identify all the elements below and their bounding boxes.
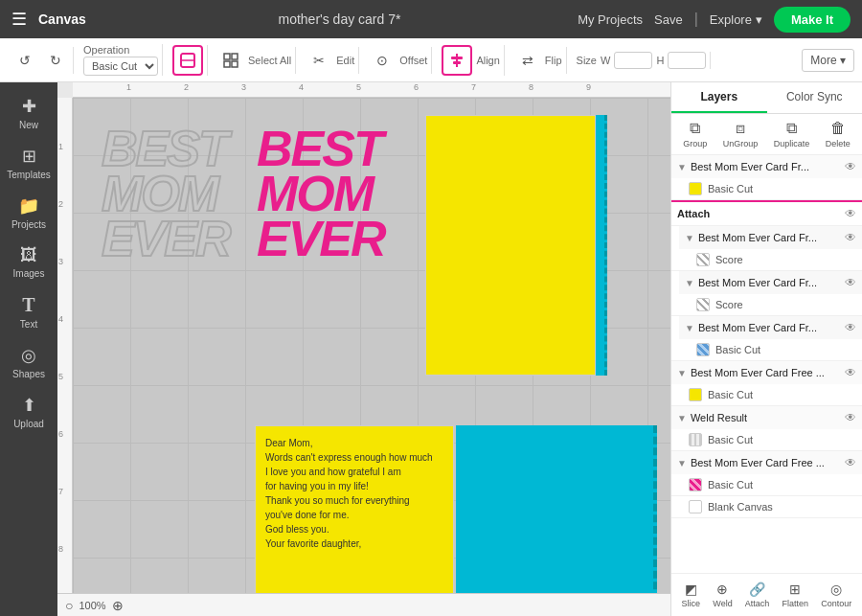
layer-header-6[interactable]: ▼ Weld Result 👁 xyxy=(671,406,862,429)
left-sidebar: ✚ New ⊞ Templates 📁 Projects 🖼 Images T … xyxy=(0,82,57,616)
yellow-text-card[interactable]: Dear Mom, Words can't express enough how… xyxy=(255,425,454,593)
layer-group-2: ▼ Best Mom Ever Card Fr... 👁 Score xyxy=(671,226,862,271)
main-content: ✚ New ⊞ Templates 📁 Projects 🖼 Images T … xyxy=(0,82,862,616)
best-mom-outline-text[interactable]: BESTMOMEVER xyxy=(102,126,250,261)
eye-icon-6[interactable]: 👁 xyxy=(845,411,856,424)
card-line3: I love you and how grateful I am xyxy=(265,465,443,479)
sidebar-item-projects[interactable]: 📁 Projects xyxy=(5,190,53,236)
select-all-button[interactable] xyxy=(217,47,244,74)
my-projects-link[interactable]: My Projects xyxy=(578,12,643,27)
sidebar-item-text[interactable]: T Text xyxy=(5,288,53,335)
sidebar-item-shapes[interactable]: ◎ Shapes xyxy=(5,339,53,385)
attach-button[interactable]: 🔗 Attach xyxy=(745,582,770,608)
offset-button[interactable]: ⊙ xyxy=(369,47,396,74)
eye-icon-5[interactable]: 👁 xyxy=(845,366,856,379)
layer-header-1[interactable]: ▼ Best Mom Ever Card Fr... 👁 xyxy=(671,155,862,178)
contour-button[interactable]: ◎ Contour xyxy=(821,582,851,608)
layer-sub-2: Score xyxy=(679,249,862,270)
tab-layers[interactable]: Layers xyxy=(671,82,767,113)
sidebar-label-shapes: Shapes xyxy=(12,369,45,379)
save-button[interactable]: Save xyxy=(654,12,683,27)
redo-button[interactable]: ↻ xyxy=(42,47,69,74)
layer-sub-label-6: Basic Cut xyxy=(708,434,753,445)
edit-button[interactable]: ✂ xyxy=(306,47,332,74)
sidebar-label-upload: Upload xyxy=(13,419,44,429)
layer-header-3[interactable]: ▼ Best Mom Ever Card Fr... 👁 xyxy=(679,271,862,294)
upload-icon: ⬆ xyxy=(22,395,36,416)
slice-button[interactable]: ◩ Slice xyxy=(682,582,701,608)
separator: | xyxy=(694,11,698,28)
attach-label: Attach xyxy=(745,599,770,608)
ungroup-button[interactable]: ⧈ UnGroup xyxy=(723,120,759,148)
delete-label: Delete xyxy=(826,139,851,148)
cyan-big-rect[interactable] xyxy=(456,425,657,593)
explore-button[interactable]: Explore ▾ xyxy=(710,12,762,27)
attach-eye[interactable]: 👁 xyxy=(845,207,856,220)
eye-icon-1[interactable]: 👁 xyxy=(845,160,856,173)
layer-group-6: ▼ Weld Result 👁 Basic Cut xyxy=(671,406,862,451)
edit-group: ✂ Edit xyxy=(302,47,359,74)
svg-rect-2 xyxy=(224,54,230,59)
layer-group-3: ▼ Best Mom Ever Card Fr... 👁 Score xyxy=(671,271,862,316)
sidebar-item-images[interactable]: 🖼 Images xyxy=(5,240,53,285)
group-button[interactable]: ⧉ Group xyxy=(683,120,707,148)
layer-swatch-3 xyxy=(696,298,710,311)
zoom-out-button[interactable]: ○ xyxy=(65,598,73,613)
sidebar-item-upload[interactable]: ⬆ Upload xyxy=(5,389,53,435)
shapes-icon: ◎ xyxy=(21,345,36,366)
layer-header-4[interactable]: ▼ Best Mom Ever Card Fr... 👁 xyxy=(679,316,862,339)
offset-group: ⊙ Offset xyxy=(365,47,432,74)
layer-swatch-5 xyxy=(689,388,702,401)
flatten-button[interactable]: ⊞ Flatten xyxy=(783,582,809,608)
layer-header-7[interactable]: ▼ Best Mom Ever Card Free ... 👁 xyxy=(671,451,862,474)
undo-button[interactable]: ↺ xyxy=(11,47,38,74)
canvas-content[interactable]: BESTMOMEVER BESTMOMEVER Dear Mom, Words … xyxy=(73,98,670,593)
layer-sub-label-1: Basic Cut xyxy=(708,183,753,194)
weld-button[interactable]: ⊕ Weld xyxy=(713,582,732,608)
cyan-side-tab[interactable] xyxy=(596,115,607,376)
sidebar-item-new[interactable]: ✚ New xyxy=(5,90,53,136)
best-mom-pink-text[interactable]: BESTMOMEVER xyxy=(257,126,405,261)
eye-icon-7[interactable]: 👁 xyxy=(845,456,856,469)
menu-icon[interactable]: ☰ xyxy=(11,9,27,30)
topbar: ☰ Canvas mother's day card 7* My Project… xyxy=(0,0,862,38)
sidebar-item-templates[interactable]: ⊞ Templates xyxy=(5,140,53,186)
new-icon: ✚ xyxy=(22,96,36,117)
operation-group: Operation Basic Cut xyxy=(79,44,163,76)
flip-button[interactable]: ⇄ xyxy=(514,47,541,74)
layer-header-5[interactable]: ▼ Best Mom Ever Card Free ... 👁 xyxy=(671,361,862,384)
size-w-label: W xyxy=(601,55,610,66)
layer-title-6: Weld Result xyxy=(691,412,841,423)
make-it-button[interactable]: Make It xyxy=(774,7,851,33)
slice-label: Slice xyxy=(682,599,701,608)
card-line8: Your favorite daughter, xyxy=(265,536,443,551)
layer-group-7: ▼ Best Mom Ever Card Free ... 👁 Basic Cu… xyxy=(671,451,862,496)
select-all-group: Select All xyxy=(214,47,296,74)
flip-label: Flip xyxy=(545,55,562,66)
operation-select[interactable]: Basic Cut xyxy=(83,57,158,76)
linetype-button[interactable] xyxy=(172,45,203,76)
eye-icon-2[interactable]: 👁 xyxy=(845,231,856,244)
size-w-input[interactable] xyxy=(614,52,652,69)
zoom-in-button[interactable]: ⊕ xyxy=(112,598,124,613)
select-all-label: Select All xyxy=(248,55,291,66)
more-button[interactable]: More ▾ xyxy=(802,49,854,72)
size-h-input[interactable] xyxy=(668,52,706,69)
align-button[interactable] xyxy=(442,45,472,76)
canvas-area[interactable]: 1 2 3 4 5 6 7 8 9 1 2 3 4 5 6 7 8 xyxy=(57,82,670,616)
layer-title-4: Best Mom Ever Card Fr... xyxy=(698,322,841,333)
duplicate-button[interactable]: ⧉ Duplicate xyxy=(774,120,810,148)
layer-sub-blank: Blank Canvas xyxy=(671,496,862,517)
layer-header-2[interactable]: ▼ Best Mom Ever Card Fr... 👁 xyxy=(679,226,862,249)
layer-group-5: ▼ Best Mom Ever Card Free ... 👁 Basic Cu… xyxy=(671,361,862,406)
delete-button[interactable]: 🗑 Delete xyxy=(826,120,851,148)
tab-color-sync[interactable]: Color Sync xyxy=(767,82,863,113)
eye-icon-4[interactable]: 👁 xyxy=(845,321,856,334)
eye-icon-3[interactable]: 👁 xyxy=(845,276,856,289)
chevron-icon-4: ▼ xyxy=(685,323,694,333)
zoom-level: 100% xyxy=(79,600,105,611)
yellow-card-rect[interactable] xyxy=(425,115,596,376)
layer-sub-label-3: Score xyxy=(715,299,743,310)
layer-sub-3: Score xyxy=(679,294,862,315)
size-label: Size xyxy=(577,55,597,66)
